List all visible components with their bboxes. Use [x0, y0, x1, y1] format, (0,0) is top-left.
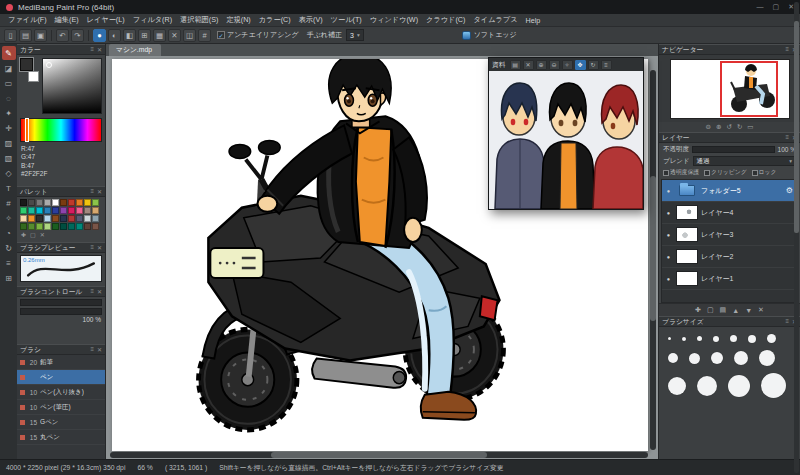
menu-item[interactable]: クラウド(C): [422, 15, 469, 25]
layer-footer-icon[interactable]: ✕: [758, 306, 764, 314]
foreground-color-swatch[interactable]: [20, 58, 33, 71]
menu-item[interactable]: レイヤー(L): [83, 15, 129, 25]
brush-row[interactable]: ペン: [17, 370, 105, 385]
fg-bg-swatches[interactable]: [20, 58, 39, 82]
palette-swatch[interactable]: [28, 207, 35, 214]
palette-swatch[interactable]: [36, 223, 43, 230]
visibility-icon[interactable]: ●: [664, 276, 673, 282]
brush-opacity-slider[interactable]: [20, 308, 102, 315]
tool-icon[interactable]: ✛: [2, 121, 16, 135]
toolbar-mode-icon[interactable]: ▦: [153, 29, 166, 42]
tool-icon[interactable]: ◌: [2, 91, 16, 105]
reference-toolbar-icon[interactable]: ↻: [588, 60, 599, 70]
tool-icon[interactable]: ▨: [2, 136, 16, 150]
saturation-value-picker[interactable]: [42, 58, 102, 114]
palette-swatch[interactable]: [84, 223, 91, 230]
panel-menu-icon[interactable]: ≡: [90, 346, 94, 353]
panel-close-icon[interactable]: ✕: [97, 346, 102, 353]
toolbar-file-icon[interactable]: ▣: [34, 29, 47, 42]
brush-size-dot[interactable]: [761, 373, 786, 398]
brush-size-dot[interactable]: [682, 337, 686, 341]
layer-footer-icon[interactable]: ▼: [745, 307, 752, 314]
brush-size-slider[interactable]: [20, 299, 102, 306]
brush-row[interactable]: 20 鉛筆: [17, 355, 105, 370]
palette-swatch[interactable]: [52, 207, 59, 214]
layer-row[interactable]: ● レイヤー3: [662, 224, 797, 246]
menu-item[interactable]: ウィンドウ(W): [366, 15, 422, 25]
navigator-icon[interactable]: ▭: [747, 123, 753, 131]
hue-slider[interactable]: [20, 118, 102, 142]
palette-swatch[interactable]: [44, 199, 51, 206]
lock-checkbox[interactable]: ロック: [752, 168, 777, 177]
tool-icon[interactable]: ≡: [2, 256, 16, 270]
menu-item[interactable]: 定規(N): [222, 15, 254, 25]
toolbar-file-icon[interactable]: ▯: [4, 29, 17, 42]
panel-menu-icon[interactable]: ≡: [90, 244, 94, 251]
palette-swatch[interactable]: [36, 199, 43, 206]
palette-swatch[interactable]: [52, 215, 59, 222]
palette-swatch[interactable]: [36, 215, 43, 222]
menu-item[interactable]: ツール(T): [327, 15, 366, 25]
reference-toolbar-icon[interactable]: ✕: [523, 60, 534, 70]
palette-swatch[interactable]: [20, 199, 27, 206]
layer-row[interactable]: ● レイヤー1: [662, 268, 797, 290]
maximize-button[interactable]: ▢: [773, 3, 780, 11]
palette-swatch[interactable]: [60, 215, 67, 222]
undo-icon[interactable]: ↶: [56, 29, 69, 42]
panel-menu-icon[interactable]: ≡: [90, 288, 94, 295]
layer-footer-icon[interactable]: ▲: [732, 307, 739, 314]
brush-size-dot[interactable]: [728, 375, 750, 397]
brush-size-dot[interactable]: [689, 353, 700, 364]
redo-icon[interactable]: ↷: [71, 29, 84, 42]
panel-menu-icon[interactable]: ≡: [90, 46, 94, 53]
tool-icon[interactable]: ◪: [2, 61, 16, 75]
reference-toolbar-icon[interactable]: ▤: [510, 60, 521, 70]
toolbar-file-icon[interactable]: ▤: [19, 29, 32, 42]
menu-item[interactable]: 表示(V): [295, 15, 327, 25]
toolbar-mode-icon[interactable]: ◐: [108, 29, 121, 42]
reference-toolbar-icon[interactable]: ✥: [575, 60, 586, 70]
menu-item[interactable]: 編集(E): [51, 15, 83, 25]
sv-marker[interactable]: [46, 62, 52, 68]
palette-swatch[interactable]: [84, 199, 91, 206]
palette-swatch[interactable]: [20, 223, 27, 230]
visibility-icon[interactable]: ●: [664, 254, 673, 260]
soft-edge-toggle[interactable]: ソフトエッジ: [462, 30, 517, 40]
palette-swatch[interactable]: [28, 215, 35, 222]
palette-swatch[interactable]: [92, 215, 99, 222]
brush-size-dot[interactable]: [713, 336, 719, 342]
palette-swatch[interactable]: [76, 215, 83, 222]
palette-swatch[interactable]: [28, 223, 35, 230]
tool-icon[interactable]: #: [2, 196, 16, 210]
brush-size-dot[interactable]: [767, 334, 776, 343]
layer-row[interactable]: ● レイヤー2: [662, 246, 797, 268]
panel-menu-icon[interactable]: ≡: [785, 318, 789, 325]
layer-footer-icon[interactable]: ▤: [720, 306, 727, 314]
panel-menu-icon[interactable]: ≡: [785, 134, 789, 141]
menu-item[interactable]: Help: [522, 16, 545, 25]
palette-swatch[interactable]: [28, 199, 35, 206]
palette-swatch[interactable]: [84, 207, 91, 214]
layer-footer-icon[interactable]: ▢: [707, 306, 714, 314]
palette-swatch[interactable]: [36, 207, 43, 214]
reference-toolbar-icon[interactable]: ✧: [562, 60, 573, 70]
menu-item[interactable]: 選択範囲(S): [176, 15, 222, 25]
palette-swatch[interactable]: [68, 207, 75, 214]
palette-swatch[interactable]: [60, 199, 67, 206]
palette-swatch[interactable]: [76, 207, 83, 214]
palette-swatch[interactable]: [92, 223, 99, 230]
brush-size-dot[interactable]: [759, 350, 775, 366]
reference-toolbar-icon[interactable]: ⊕: [536, 60, 547, 70]
palette-swatch[interactable]: [68, 215, 75, 222]
menu-item[interactable]: フィルタ(R): [129, 15, 176, 25]
brush-size-dot[interactable]: [730, 335, 737, 342]
brush-size-scrollbar[interactable]: [794, 316, 799, 459]
canvas-vertical-scrollbar[interactable]: [650, 70, 656, 450]
panel-close-icon[interactable]: ✕: [97, 46, 102, 53]
menu-item[interactable]: ファイル(F): [4, 15, 51, 25]
tool-icon[interactable]: ✦: [2, 106, 16, 120]
brush-row[interactable]: 15 Gペン: [17, 415, 105, 430]
palette-swatch[interactable]: [92, 207, 99, 214]
reference-toolbar-icon[interactable]: ⊖: [549, 60, 560, 70]
panel-close-icon[interactable]: ✕: [97, 188, 102, 195]
